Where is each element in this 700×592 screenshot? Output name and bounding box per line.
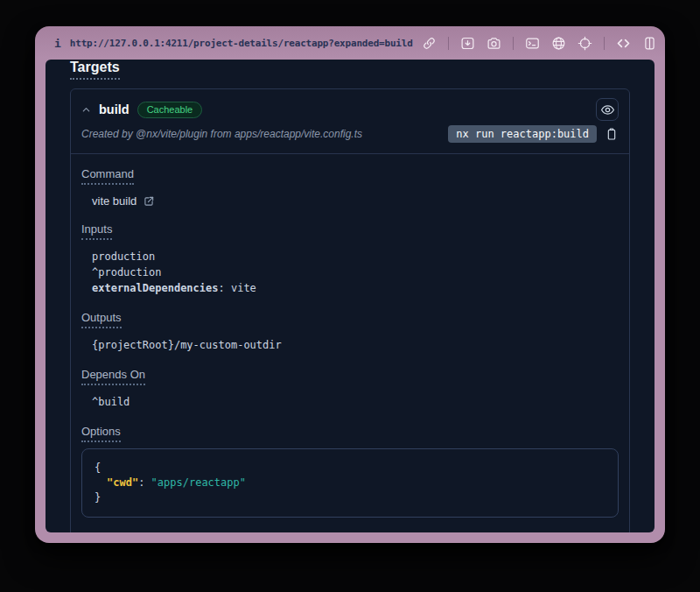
link-icon[interactable] bbox=[422, 36, 437, 51]
camera-icon[interactable] bbox=[486, 36, 501, 51]
command-label: Command bbox=[81, 167, 134, 185]
options-label: Options bbox=[81, 425, 121, 442]
depends-on-label: Depends On bbox=[81, 368, 145, 385]
external-link-icon[interactable] bbox=[143, 195, 155, 208]
url-bar[interactable]: http://127.0.0.1:4211/project-details/re… bbox=[70, 38, 413, 49]
terminal-icon[interactable] bbox=[525, 36, 540, 51]
inputs-list: production ^production externalDependenc… bbox=[92, 249, 619, 296]
globe-icon[interactable] bbox=[551, 36, 566, 51]
options-json-block: { "cwd": "apps/reactapp" } bbox=[81, 448, 619, 518]
chevron-up-icon[interactable] bbox=[81, 105, 91, 115]
browser-window: i http://127.0.0.1:4211/project-details/… bbox=[35, 26, 665, 543]
list-item: externalDependencies: vite bbox=[92, 280, 619, 296]
section-outputs: Outputs {projectRoot}/my-custom-outdir bbox=[81, 309, 619, 353]
json-string-value: "apps/reactapp" bbox=[151, 476, 246, 489]
info-icon: i bbox=[54, 37, 61, 50]
list-item: production bbox=[92, 249, 619, 264]
outputs-list: {projectRoot}/my-custom-outdir bbox=[92, 337, 619, 353]
copy-icon[interactable] bbox=[605, 127, 619, 141]
build-card-body: Command vite build Inputs bbox=[71, 154, 629, 532]
json-line: } bbox=[94, 490, 606, 505]
code-icon[interactable] bbox=[616, 36, 631, 51]
depends-on-list: ^build bbox=[92, 394, 619, 410]
toolbar-separator bbox=[448, 37, 449, 50]
command-value-row: vite build bbox=[92, 194, 619, 208]
split-panel-icon[interactable] bbox=[642, 36, 657, 51]
cacheable-badge: Cacheable bbox=[137, 102, 203, 118]
command-value: vite build bbox=[92, 194, 136, 208]
section-depends-on: Depends On ^build bbox=[81, 366, 619, 410]
view-target-button[interactable] bbox=[596, 98, 619, 121]
outputs-label: Outputs bbox=[81, 311, 122, 328]
toolbar-actions bbox=[422, 36, 657, 51]
list-item: {projectRoot}/my-custom-outdir bbox=[92, 337, 619, 353]
project-details-page: Targets build Cacheable Created by @nx/v… bbox=[46, 60, 654, 532]
toolbar-separator bbox=[604, 37, 605, 50]
json-line: { bbox=[94, 461, 606, 476]
list-item: ^production bbox=[92, 264, 619, 280]
target-card-build: build Cacheable Created by @nx/vite/plug… bbox=[70, 88, 630, 532]
build-card-header[interactable]: build Cacheable bbox=[71, 89, 629, 123]
target-name: build bbox=[99, 102, 130, 116]
crosshair-icon[interactable] bbox=[578, 36, 592, 51]
list-item: ^build bbox=[92, 394, 619, 410]
created-by-text: Created by @nx/vite/plugin from apps/rea… bbox=[81, 128, 362, 140]
inputs-label: Inputs bbox=[81, 222, 112, 240]
section-options: Options { "cwd": "apps/reactapp" } bbox=[81, 423, 619, 518]
eye-icon bbox=[600, 102, 615, 117]
run-command-chip: nx run reactapp:build bbox=[448, 125, 597, 143]
browser-toolbar: i http://127.0.0.1:4211/project-details/… bbox=[35, 26, 665, 60]
build-card-subheader: Created by @nx/vite/plugin from apps/rea… bbox=[71, 123, 629, 154]
toolbar-separator bbox=[513, 37, 514, 50]
page-title: Targets bbox=[70, 60, 120, 80]
json-line: "cwd": "apps/reactapp" bbox=[94, 476, 606, 490]
section-command: Command vite build bbox=[81, 166, 619, 208]
import-box-icon[interactable] bbox=[460, 36, 475, 51]
section-inputs: Inputs production ^production externalDe… bbox=[81, 221, 619, 296]
json-key: "cwd" bbox=[107, 476, 138, 489]
